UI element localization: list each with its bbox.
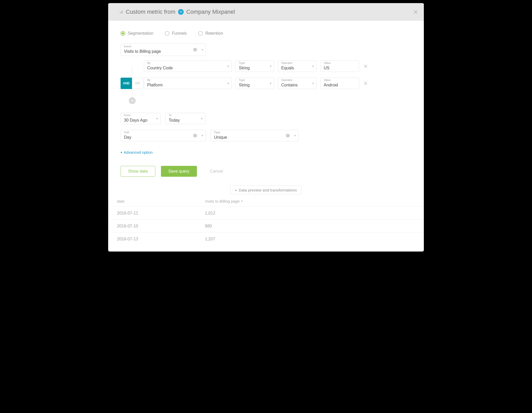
filter-row: By Country Code ▾ Type String ▾ Operator… <box>144 61 411 72</box>
chevron-down-icon: ▾ <box>312 64 314 68</box>
unit-select[interactable]: Unit Day i ▾ <box>121 130 206 141</box>
filter-operator-select[interactable]: Operator Contains ▾ <box>278 78 317 89</box>
close-icon[interactable] <box>413 10 418 14</box>
connector-line <box>132 66 132 104</box>
filter-type-select[interactable]: Type String ▾ <box>235 78 274 89</box>
unit-type-row: Unit Day i ▾ Type Unique i ▾ <box>121 130 411 141</box>
cell-value: 980 <box>205 224 415 228</box>
svg-rect-1 <box>121 11 122 13</box>
remove-filter-icon[interactable] <box>364 64 367 68</box>
chevron-down-icon: ▾ <box>270 64 271 68</box>
modal: Custom metric from Company Mixpanel Segm… <box>108 3 424 252</box>
svg-rect-2 <box>122 10 123 13</box>
radio-label: Funnels <box>172 31 187 36</box>
report-type-radios: Segmentation Funnels Retention <box>121 31 411 36</box>
filter-row: By Platform ▾ Type String ▾ Operator Con… <box>144 78 411 89</box>
source-name: Company Mixpanel <box>186 9 235 15</box>
filter-value-input[interactable]: Value Android <box>320 78 359 89</box>
event-row: Event Visits to Billing page i ▾ <box>121 43 411 56</box>
radio-circle-icon <box>198 31 203 36</box>
from-date-select[interactable]: From 30 Days Ago ▾ <box>121 113 161 124</box>
preview-toggle-label: Data preview and transformations <box>239 188 297 192</box>
info-icon[interactable]: i <box>193 48 197 51</box>
table-header: date Visits to Billing page ▾ <box>108 196 424 207</box>
radio-label: Retention <box>205 31 223 36</box>
sort-desc-icon: ▾ <box>241 200 243 203</box>
filters: AND OR By Country Code ▾ Type <box>121 61 411 104</box>
filter-value-input[interactable]: Value US <box>320 61 359 72</box>
cell-value: 1,207 <box>205 237 415 241</box>
table-row: 2016-07-13 1,207 <box>108 233 424 246</box>
field-label: Event <box>124 45 203 48</box>
boolean-column: AND OR <box>121 61 144 104</box>
title-prefix: Custom metric from <box>126 9 175 15</box>
add-filter-button[interactable] <box>129 97 136 104</box>
to-date-select[interactable]: To Today ▾ <box>165 113 205 124</box>
filter-by-select[interactable]: By Platform ▾ <box>144 78 232 89</box>
filter-operator-select[interactable]: Operator Equals ▾ <box>278 61 317 72</box>
chevron-up-icon: ▴ <box>235 188 237 192</box>
cell-value: 1,012 <box>205 211 415 216</box>
action-buttons: Show data Save query Cancel <box>121 166 411 177</box>
svg-rect-0 <box>120 12 121 13</box>
event-select[interactable]: Event Visits to Billing page i ▾ <box>121 43 206 56</box>
advanced-option-toggle[interactable]: ▾ Advanced option <box>121 150 411 154</box>
radio-segmentation[interactable]: Segmentation <box>121 31 153 36</box>
chevron-down-icon: ▾ <box>202 48 203 51</box>
modal-body: Segmentation Funnels Retention Event Vis… <box>108 21 424 177</box>
info-icon[interactable]: i <box>286 134 290 137</box>
remove-filter-icon[interactable] <box>364 82 367 85</box>
radio-retention[interactable]: Retention <box>198 31 223 36</box>
chevron-down-icon: ▾ <box>121 151 122 154</box>
filter-by-select[interactable]: By Country Code ▾ <box>144 61 232 72</box>
modal-header: Custom metric from Company Mixpanel <box>108 3 424 21</box>
save-query-button[interactable]: Save query <box>161 166 197 177</box>
filter-rows: By Country Code ▾ Type String ▾ Operator… <box>144 61 411 104</box>
cancel-button[interactable]: Cancel <box>203 166 231 177</box>
advanced-label: Advanced option <box>124 150 153 154</box>
cell-date: 2016-07-10 <box>117 224 205 228</box>
field-value: Visits to Billing page <box>124 49 203 54</box>
and-button[interactable]: AND <box>121 78 132 89</box>
table-row: 2016-07-10 980 <box>108 220 424 233</box>
radio-funnels[interactable]: Funnels <box>165 31 187 36</box>
aggregation-type-select[interactable]: Type Unique i ▾ <box>211 130 299 141</box>
radio-circle-icon <box>165 31 169 36</box>
source-badge-icon <box>178 9 184 15</box>
date-range-row: From 30 Days Ago ▾ To Today ▾ <box>121 113 411 124</box>
data-preview-toggle[interactable]: ▴ Data preview and transformations <box>230 186 302 194</box>
chevron-down-icon: ▾ <box>201 117 203 120</box>
chevron-down-icon: ▾ <box>227 64 229 68</box>
preview-table: date Visits to Billing page ▾ 2016-07-11… <box>108 196 424 246</box>
info-icon[interactable]: i <box>193 134 197 137</box>
col-date[interactable]: date <box>117 199 205 203</box>
or-button[interactable]: OR <box>132 78 143 89</box>
show-data-button[interactable]: Show data <box>121 166 155 177</box>
cell-date: 2016-07-11 <box>117 211 205 216</box>
chevron-down-icon: ▾ <box>294 134 296 137</box>
col-metric[interactable]: Visits to Billing page ▾ <box>205 199 415 203</box>
svg-rect-3 <box>180 12 182 12</box>
modal-title: Custom metric from Company Mixpanel <box>126 9 235 15</box>
radio-label: Segmentation <box>128 31 153 36</box>
chevron-down-icon: ▾ <box>312 82 314 85</box>
chevron-down-icon: ▾ <box>227 82 229 85</box>
cell-date: 2016-07-13 <box>117 237 205 241</box>
chevron-down-icon: ▾ <box>270 82 271 85</box>
chevron-down-icon: ▾ <box>156 117 158 120</box>
table-row: 2016-07-11 1,012 <box>108 207 424 220</box>
chevron-down-icon: ▾ <box>202 134 203 137</box>
radio-circle-icon <box>121 31 125 36</box>
metric-icon <box>120 10 123 14</box>
filter-type-select[interactable]: Type String ▾ <box>235 61 274 72</box>
